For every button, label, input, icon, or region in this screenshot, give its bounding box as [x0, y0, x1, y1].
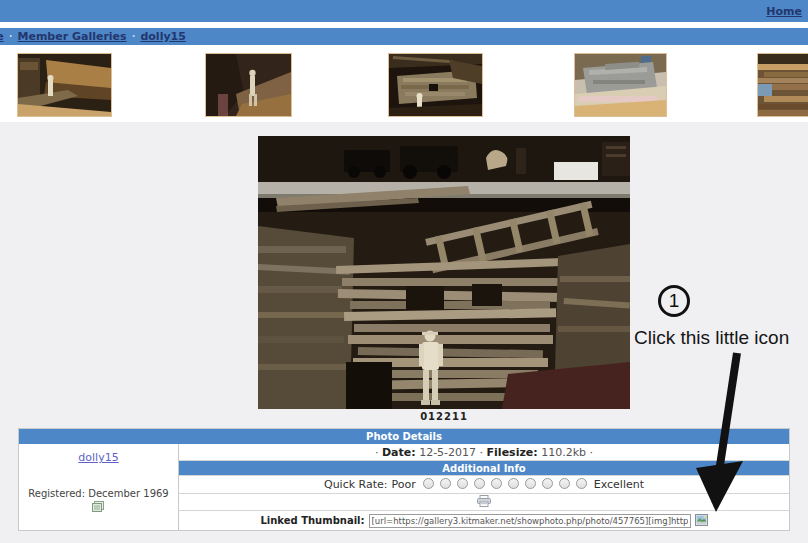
filesize-label: Filesize: [487, 446, 538, 459]
main-photo[interactable] [258, 136, 630, 409]
gallery-icon[interactable] [92, 501, 105, 516]
breadcrumb: Home · Member Galleries · dolly15 [0, 28, 808, 45]
quick-rate-radio-1[interactable] [423, 478, 434, 489]
quick-rate-row: Quick Rate: Poor Excellent [179, 476, 789, 494]
thumbnail-2-image [206, 54, 291, 116]
date-value: 12-5-2017 [419, 446, 476, 459]
quick-rate-radio-9[interactable] [559, 478, 570, 489]
additional-info-header: Additional Info [179, 461, 789, 476]
quick-rate-poor-label: Poor [392, 478, 416, 491]
breadcrumb-separator: · [132, 31, 136, 42]
thumbnail-5[interactable] [757, 53, 808, 117]
quick-rate-label: Quick Rate: [324, 478, 388, 491]
breadcrumb-member-galleries-link[interactable]: Member Galleries [18, 30, 127, 43]
filesize-value: 110.2kb [541, 446, 586, 459]
quick-rate-radio-7[interactable] [525, 478, 536, 489]
quick-rate-radio-8[interactable] [542, 478, 553, 489]
quick-rate-radio-3[interactable] [457, 478, 468, 489]
thumbnail-2[interactable] [205, 53, 292, 117]
annotation-step-number: 1 [669, 290, 680, 312]
annotation-text: Click this little icon [634, 327, 808, 349]
quick-rate-radio-2[interactable] [440, 478, 451, 489]
thumbnail-strip [0, 45, 808, 122]
quick-rate-radio-10[interactable] [576, 478, 587, 489]
photo-caption: 012211 [258, 411, 630, 422]
photo-details-header: Photo Details [19, 429, 789, 444]
thumbnail-1[interactable] [17, 53, 112, 117]
quick-rate-radio-6[interactable] [508, 478, 519, 489]
dot-separator: · [480, 446, 484, 459]
thumbnail-3[interactable] [388, 53, 483, 117]
linked-thumbnail-row: Linked Thumbnail: [179, 511, 789, 530]
print-row [179, 494, 789, 511]
thumbnail-3-image [389, 54, 482, 116]
breadcrumb-user-link[interactable]: dolly15 [140, 30, 185, 43]
thumbnail-4-image [575, 54, 666, 116]
date-filesize-row: · Date: 12-5-2017 · Filesize: 110.2kb · [179, 444, 789, 461]
user-profile-link[interactable]: dolly15 [78, 451, 118, 464]
photo-details-panel: Photo Details dolly15 Registered: Decemb… [18, 428, 790, 531]
dot-separator: · [590, 446, 594, 459]
linked-thumbnail-label: Linked Thumbnail: [260, 515, 364, 526]
dot-separator: · [375, 446, 379, 459]
breadcrumb-separator: · [9, 31, 13, 42]
quick-rate-radio-5[interactable] [491, 478, 502, 489]
home-link[interactable]: Home [766, 5, 802, 18]
printer-icon[interactable] [477, 495, 491, 510]
main-photo-image [258, 136, 630, 409]
linked-thumbnail-input[interactable] [369, 514, 691, 528]
annotation-step-circle: 1 [658, 285, 690, 317]
thumbnail-5-image [758, 54, 808, 116]
quick-rate-radio-4[interactable] [474, 478, 485, 489]
quick-rate-radios [420, 478, 590, 492]
top-navigation-bar: Home [0, 0, 808, 22]
thumbnail-1-image [18, 54, 111, 116]
image-bbcode-icon[interactable] [695, 514, 708, 528]
user-info-cell: dolly15 Registered: December 1969 [19, 444, 179, 530]
thumbnail-4[interactable] [574, 53, 667, 117]
date-label: Date: [382, 446, 416, 459]
quick-rate-excellent-label: Excellent [594, 478, 644, 491]
user-registered-text: Registered: December 1969 [28, 488, 168, 499]
breadcrumb-home-link[interactable]: Home [0, 30, 4, 43]
